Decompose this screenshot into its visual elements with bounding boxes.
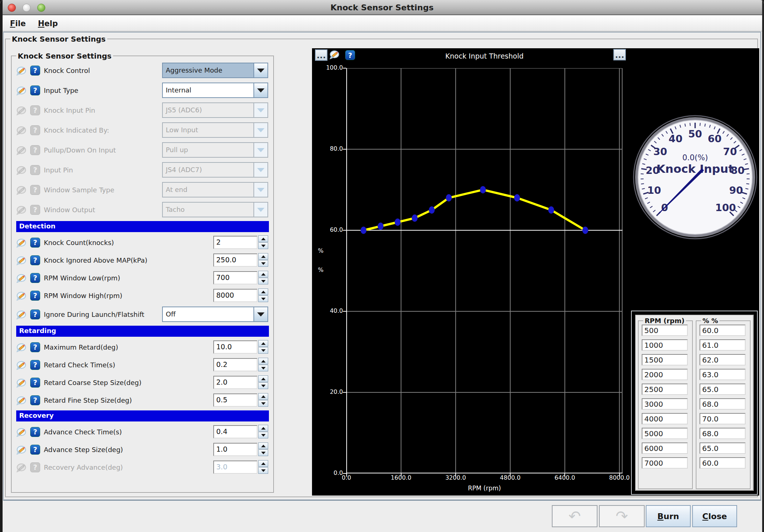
pct-value-field[interactable]: 60.0 [700,325,746,336]
stepper-value[interactable]: 700 [213,271,257,284]
increment-icon[interactable] [258,460,268,467]
decrement-icon[interactable] [258,278,268,284]
chevron-down-icon[interactable] [253,83,267,97]
rpm-value-field[interactable]: 4000 [642,413,688,424]
curve-point[interactable] [378,223,383,230]
curve-point[interactable] [412,214,418,222]
increment-icon[interactable] [258,375,268,382]
stepper-value[interactable]: 2 [213,236,257,249]
increment-icon[interactable] [258,442,268,449]
increment-icon[interactable] [258,425,268,431]
stepper-value[interactable]: 2.0 [213,376,257,389]
edit-note-icon[interactable] [16,238,27,248]
edit-note-icon[interactable] [16,427,27,437]
retard-check-time-s-stepper[interactable]: 0.2 [213,358,268,372]
help-icon[interactable]: ? [30,427,40,437]
help-icon[interactable]: ? [30,291,40,301]
decrement-icon[interactable] [258,400,268,407]
curve-point[interactable] [514,194,520,202]
help-icon[interactable]: ? [30,395,40,405]
help-icon[interactable]: ? [30,255,40,265]
stepper-value[interactable]: 0.4 [213,425,257,438]
curve-point[interactable] [480,186,486,193]
edit-note-icon[interactable] [16,445,27,455]
help-icon[interactable]: ? [30,66,40,76]
maximum-retard-deg-stepper[interactable]: 10.0 [213,340,268,354]
input-type-dropdown[interactable]: Internal [162,83,268,98]
help-icon[interactable]: ? [30,273,40,283]
help-icon[interactable]: ? [30,309,40,319]
stepper-value[interactable]: 8000 [213,289,257,302]
help-icon[interactable]: ? [30,85,40,95]
stepper-value[interactable]: 250.0 [213,253,257,267]
retard-coarse-step-size-deg-stepper[interactable]: 2.0 [213,375,268,389]
help-icon[interactable]: ? [30,342,40,352]
increment-icon[interactable] [258,271,268,277]
curve-point[interactable] [548,206,554,214]
increment-icon[interactable] [258,253,268,260]
rpm-value-field[interactable]: 5000 [642,428,688,439]
decrement-icon[interactable] [258,365,268,371]
menu-help[interactable]: Help [36,18,60,29]
rpm-value-field[interactable]: 1000 [642,339,688,351]
undo-button[interactable]: ↶ [552,505,597,527]
chevron-down-icon[interactable] [253,307,267,321]
decrement-icon[interactable] [258,432,268,438]
menu-file[interactable]: File [8,18,28,29]
edit-note-icon[interactable] [329,49,340,59]
decrement-icon[interactable] [258,382,268,389]
pct-value-field[interactable]: 61.0 [700,339,746,351]
edit-note-icon[interactable] [16,85,27,95]
help-icon[interactable]: ? [30,238,40,248]
stepper-value[interactable]: 1.0 [213,443,257,456]
knock-ignored-above-map-kpa-stepper[interactable]: 250.0 [213,253,268,267]
decrement-icon[interactable] [258,295,268,302]
increment-icon[interactable] [258,393,268,400]
curve-point[interactable] [429,206,435,214]
stepper-value[interactable]: 0.2 [213,358,257,371]
edit-note-icon[interactable] [16,309,27,319]
edit-note-icon[interactable] [16,255,27,265]
pct-value-field[interactable]: 70.0 [700,413,746,424]
advance-step-size-deg-stepper[interactable]: 1.0 [213,442,268,456]
redo-button[interactable]: ↷ [599,505,645,527]
advance-check-time-s-stepper[interactable]: 0.4 [213,425,268,439]
pct-value-field[interactable]: 68.0 [700,428,746,439]
ignore-during-launch-flatshift-dropdown[interactable]: Off [162,307,268,322]
curve-point[interactable] [582,227,588,234]
rpm-value-field[interactable]: 1500 [642,354,688,365]
edit-note-icon[interactable] [16,378,27,388]
decrement-icon[interactable] [258,347,268,354]
chart-options-button[interactable]: ... [315,49,327,61]
rpm-window-low-rpm-stepper[interactable]: 700 [213,271,268,285]
decrement-icon[interactable] [258,467,268,474]
help-icon[interactable]: ? [30,445,40,455]
pct-value-field[interactable]: 68.0 [700,398,746,410]
rpm-value-field[interactable]: 6000 [642,442,688,454]
pct-value-field[interactable]: 63.0 [700,369,746,380]
stepper-value[interactable]: 0.5 [213,393,257,407]
pct-value-field[interactable]: 60.0 [700,457,746,469]
rpm-value-field[interactable]: 2500 [642,384,688,395]
help-icon[interactable]: ? [30,378,40,388]
rpm-value-field[interactable]: 2000 [642,369,688,380]
pct-value-field[interactable]: 62.0 [700,354,746,365]
increment-icon[interactable] [258,235,268,242]
edit-note-icon[interactable] [16,291,27,301]
rpm-value-field[interactable]: 3000 [642,398,688,410]
rpm-window-high-rpm-stepper[interactable]: 8000 [213,288,268,302]
edit-note-icon[interactable] [16,395,27,405]
decrement-icon[interactable] [258,260,268,267]
knock-control-dropdown[interactable]: Aggressive Mode [162,63,268,78]
pct-value-field[interactable]: 65.0 [700,442,746,454]
pct-value-field[interactable]: 65.0 [700,384,746,395]
decrement-icon[interactable] [258,449,268,456]
curve-point[interactable] [361,227,367,234]
edit-note-icon[interactable] [16,360,27,370]
increment-icon[interactable] [258,358,268,364]
increment-icon[interactable] [258,288,268,295]
rpm-value-field[interactable]: 500 [642,325,688,336]
increment-icon[interactable] [258,340,268,347]
rpm-value-field[interactable]: 7000 [642,457,688,469]
edit-note-icon[interactable] [16,273,27,283]
